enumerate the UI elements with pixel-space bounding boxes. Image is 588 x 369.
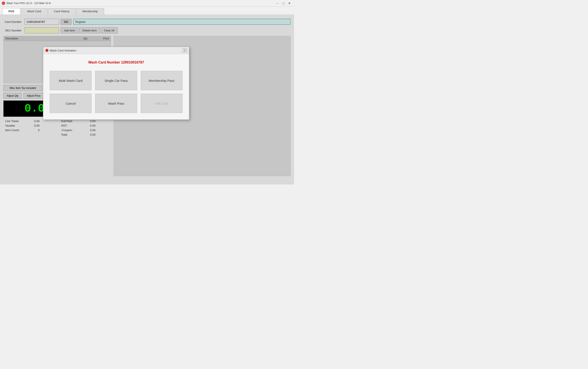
app-icon (2, 1, 5, 5)
modal-overlay: Wash Card Activation × Wash Card Number … (0, 14, 294, 184)
cancel-option[interactable]: Cancel (50, 94, 92, 113)
maximize-button[interactable]: □ (281, 1, 286, 5)
single-car-pass-option[interactable]: Single Car Pass (95, 71, 137, 90)
tab-membership[interactable]: Membership (76, 8, 104, 14)
tab-card-history[interactable]: Card History (48, 8, 76, 14)
tab-bar: POS Wash Card Card History Membership (0, 6, 294, 14)
main-content: Card Number GO Register SKU Number Add I… (0, 14, 294, 184)
modal-car-icon (45, 49, 49, 52)
modal-title-text: Wash Card Activation (50, 49, 76, 52)
modal-titlebar: Wash Card Activation × (43, 47, 189, 54)
minimize-button[interactable]: – (275, 1, 280, 5)
title-bar-text: Wash Trax POS v21.0 - 123 Main St N. (6, 2, 275, 5)
modal-body: Wash Card Number 129010016787 Multi Wash… (43, 54, 189, 120)
tab-wash-card[interactable]: Wash Card (21, 8, 47, 14)
gift-card-option: Gift Card (141, 94, 183, 113)
modal-title-left: Wash Card Activation (45, 49, 76, 52)
window-controls: – □ ✕ (275, 1, 292, 5)
wash-pass-option[interactable]: Wash Pass (95, 94, 137, 113)
title-bar: Wash Trax POS v21.0 - 123 Main St N. – □… (0, 0, 294, 6)
multi-wash-card-option[interactable]: Multi Wash Card (50, 71, 92, 90)
modal-card-number: Wash Card Number 129010016787 (50, 61, 183, 64)
card-options-grid: Multi Wash Card Single Car Pass Membersh… (50, 71, 183, 113)
modal-close-button[interactable]: × (183, 48, 187, 52)
membership-pass-option[interactable]: Membership Pass (141, 71, 183, 90)
close-button[interactable]: ✕ (287, 1, 292, 5)
tab-pos[interactable]: POS (2, 8, 20, 14)
wash-card-activation-modal: Wash Card Activation × Wash Card Number … (43, 47, 189, 120)
